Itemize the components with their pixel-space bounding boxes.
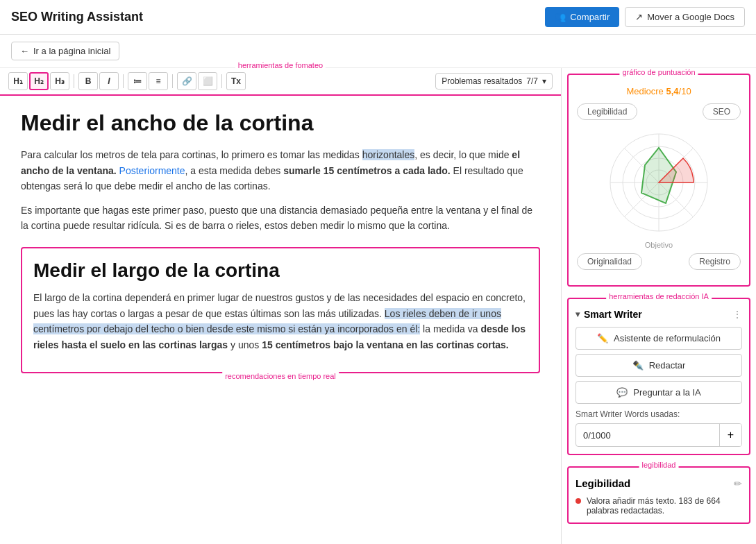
separator-2 <box>123 74 124 88</box>
highlight-horizontales: horizontales <box>362 149 415 160</box>
problems-dropdown[interactable]: Problemas resaltados 7/7 ▾ <box>435 73 553 90</box>
legibility-item-text: Valora añadir más texto. 183 de 664 pala… <box>587 496 742 516</box>
smart-writer-label: Smart Writer <box>584 309 642 320</box>
ordered-list-button[interactable]: ≔ <box>128 72 147 90</box>
header: SEO Writing Assistant 👥 Compartir ↗ Move… <box>0 0 756 35</box>
legibility-pill[interactable]: Legibilidad <box>577 103 637 120</box>
main-layout: herramientas de fomateo H₁ H₂ H₃ B I ≔ ≡… <box>0 68 756 544</box>
redact-icon: ✒️ <box>632 360 644 371</box>
back-button[interactable]: ← Ir a la página inicial <box>11 42 119 60</box>
smart-writer-header: ▾ Smart Writer <box>576 309 642 320</box>
h2-button[interactable]: H₂ <box>29 72 49 90</box>
words-value: 0/1000 <box>576 426 719 445</box>
right-panel: gráfico de puntuación Mediocre 5,4/10 Le… <box>562 68 756 544</box>
seo-pill[interactable]: SEO <box>703 103 741 120</box>
objetivo-label: Objetivo <box>577 241 741 249</box>
score-pills-bottom: Originalidad Registro <box>577 253 741 270</box>
realtime-label: recomendaciones en tiempo real <box>222 372 339 380</box>
edit-icon[interactable]: ✏ <box>734 478 742 489</box>
registro-pill[interactable]: Registro <box>689 253 741 270</box>
section-two: Medir el largo de la cortina El largo de… <box>21 247 540 373</box>
editor-area: herramientas de fomateo H₁ H₂ H₃ B I ≔ ≡… <box>0 68 562 544</box>
score-section: gráfico de puntuación Mediocre 5,4/10 Le… <box>567 74 750 287</box>
legibility-item: Valora añadir más texto. 183 de 664 pala… <box>576 496 742 516</box>
ai-header: ▾ Smart Writer ⋮ <box>576 309 742 320</box>
chevron-down-icon: ▾ <box>576 309 580 319</box>
insert-buttons: 🔗 ⬜ <box>177 72 217 90</box>
share-button[interactable]: 👥 Compartir <box>545 7 619 27</box>
legibility-section: legibilidad Legibilidad ✏ Valora añadir … <box>567 466 750 524</box>
header-actions: 👥 Compartir ↗ Mover a Google Docs <box>545 7 745 27</box>
radar-chart <box>577 127 741 238</box>
separator-4 <box>221 74 222 88</box>
heading-buttons: H₁ H₂ H₃ <box>8 72 69 90</box>
red-dot-icon <box>576 498 581 504</box>
section-one-title: Medir el ancho de la cortina <box>21 110 540 136</box>
toolbar-label: herramientas de fomateo <box>235 61 326 69</box>
share-icon: 👥 <box>555 12 566 22</box>
h3-button[interactable]: H₃ <box>50 72 69 90</box>
subheader: ← Ir a la página inicial <box>0 35 756 68</box>
ask-ai-button[interactable]: 💬 Preguntar a la IA <box>576 381 742 404</box>
clear-format-button[interactable]: Tx <box>226 72 246 90</box>
italic-button[interactable]: I <box>99 72 119 90</box>
section-one: Medir el ancho de la cortina Para calcul… <box>21 110 540 233</box>
section-two-body: El largo de la cortina dependerá en prim… <box>33 290 528 352</box>
separator-3 <box>172 74 173 88</box>
back-arrow-icon: ← <box>20 46 29 56</box>
problems-count: 7/7 <box>526 76 538 86</box>
list-buttons: ≔ ≡ <box>128 72 168 90</box>
text-style-buttons: B I <box>78 72 119 90</box>
ai-section-label: herramientas de redacción IA <box>606 292 712 300</box>
separator-1 <box>74 74 74 88</box>
google-docs-button[interactable]: ↗ Mover a Google Docs <box>625 7 745 27</box>
ai-tools-section: herramientas de redacción IA ▾ Smart Wri… <box>567 298 750 455</box>
score-pills-top: Legibilidad SEO <box>577 103 741 120</box>
add-words-button[interactable]: + <box>719 424 741 446</box>
words-counter: 0/1000 + <box>576 423 742 447</box>
rephrase-button[interactable]: ✏️ Asistente de reformulación <box>576 327 742 350</box>
rephrase-icon: ✏️ <box>597 333 608 343</box>
bold-sumarle: sumarle 15 centímetros a cada lado. <box>283 165 450 176</box>
redact-button[interactable]: ✒️ Redactar <box>576 354 742 377</box>
chat-icon: 💬 <box>616 387 628 398</box>
h1-button[interactable]: H₁ <box>8 72 28 90</box>
section-one-para1: Para calcular los metros de tela para co… <box>21 147 540 194</box>
editor-content[interactable]: Medir el ancho de la cortina Para calcul… <box>0 96 561 544</box>
section-one-para2: Es importante que hagas este primer paso… <box>21 203 540 234</box>
info-icon[interactable]: ⋮ <box>732 309 742 320</box>
legibility-title: Legibilidad <box>576 477 630 489</box>
score-title: Mediocre 5,4/10 <box>577 86 741 96</box>
highlight-posteriormente: Posteriormente <box>119 165 185 176</box>
unordered-list-button[interactable]: ≡ <box>149 72 168 90</box>
google-icon: ↗ <box>635 12 643 22</box>
score-section-label: gráfico de puntuación <box>619 68 698 76</box>
problems-label: Problemas resaltados <box>442 76 522 86</box>
words-label: Smart Writer Words usadas: <box>576 409 742 419</box>
image-button[interactable]: ⬜ <box>198 72 217 90</box>
bold-button[interactable]: B <box>78 72 98 90</box>
legibility-header: Legibilidad ✏ <box>576 477 742 489</box>
section-two-title: Medir el largo de la cortina <box>33 260 528 282</box>
radar-svg <box>603 127 714 238</box>
bold-15cm: 15 centímetros bajo la ventana en las co… <box>262 339 509 350</box>
highlight-rieles: Los rieles deben de ir unos centímetros … <box>33 308 501 334</box>
app-title: SEO Writing Assistant <box>11 10 143 24</box>
formatting-toolbar: herramientas de fomateo H₁ H₂ H₃ B I ≔ ≡… <box>0 68 561 96</box>
originalidad-pill[interactable]: Originalidad <box>577 253 642 270</box>
link-button[interactable]: 🔗 <box>177 72 196 90</box>
legibility-section-label: legibilidad <box>639 461 679 469</box>
chevron-down-icon: ▾ <box>542 76 546 86</box>
